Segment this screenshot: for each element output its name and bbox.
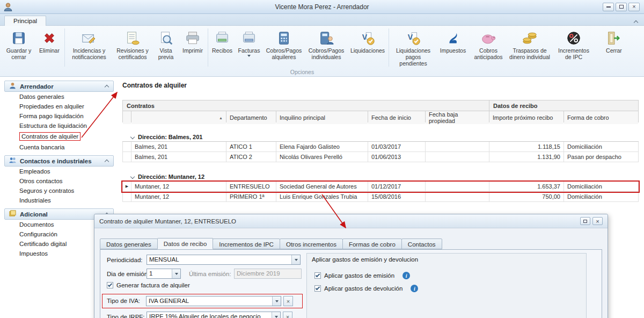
table-row[interactable]: Muntaner, 12 PRIMERO 1ª Luis Enrique Gon… (122, 192, 639, 202)
tab-contactos[interactable]: Contactos (401, 238, 442, 249)
tab-datos-generales[interactable]: Datos generales (100, 238, 158, 249)
sidebar-item-seguros-y-contratos[interactable]: Seguros y contratos (4, 186, 114, 196)
header-importe-proximo-recibo[interactable]: Importe próximo recibo (489, 111, 564, 124)
taxes-button[interactable]: Impuestos (436, 27, 470, 55)
group-row-muntaner[interactable]: Dirección: Muntaner, 12 (122, 172, 639, 182)
checkbox-checked-icon[interactable] (314, 285, 321, 292)
info-icon[interactable]: i (402, 272, 410, 279)
close-button[interactable]: × (628, 3, 640, 11)
taxes-icon (445, 29, 461, 47)
save-and-close-button[interactable]: Guardar y cerrar (2, 27, 35, 62)
gastos-devolucion-label: Aplicar gastos de devolución (324, 285, 402, 292)
generar-factura-checkbox-row[interactable]: Generar factura de alquiler (107, 282, 190, 288)
chevron-down-icon[interactable] (172, 269, 180, 278)
chevron-down-icon (131, 133, 134, 140)
header-inquilino-principal[interactable]: Inquilino principal (276, 111, 368, 124)
tipo-irpf-select[interactable]: IRPF 19% Alquiler de locales de negocio (147, 312, 281, 318)
rent-payments-button[interactable]: Cobros/Pagos alquileres (263, 27, 305, 62)
revisions-button[interactable]: Revisiones y certificados (112, 27, 153, 62)
delete-icon (41, 29, 57, 47)
dialog-maximize-button[interactable] (580, 217, 590, 225)
contracts-table: Contratos Datos de recibo ▲ Departamento… (122, 100, 639, 202)
sidebar-item-forma-pago-liquidacion[interactable]: Forma pago liquidación (4, 111, 114, 121)
sidebar-item-cuenta-bancaria[interactable]: Cuenta bancaria (4, 142, 114, 152)
cell-start-date: 01/12/2017 (368, 182, 425, 191)
ipc-percent-icon (566, 29, 582, 47)
checkbox-checked-icon[interactable] (314, 272, 321, 279)
sidebar-item-empleados[interactable]: Empleados (4, 167, 114, 176)
advance-collections-button[interactable]: Cobros anticipados (470, 27, 507, 62)
ribbon: Guardar y cerrar Eliminar Incidencias y … (0, 26, 644, 77)
sidebar-item-contratos-de-alquiler[interactable]: Contratos de alquiler (4, 131, 114, 142)
pending-settlements-button[interactable]: V Liquidaciones pagos pendientes (390, 27, 436, 68)
sidebar-item-otros-contactos[interactable]: Otros contactos (4, 176, 114, 186)
tipo-irpf-clear-button[interactable]: × (283, 312, 292, 318)
cell-department: PRIMERO 1ª (226, 192, 276, 201)
sidebar-section-arrendador[interactable]: Arrendador (4, 81, 114, 92)
incidents-button[interactable]: Incidencias y notificaciones (66, 27, 112, 62)
tab-principal[interactable]: Principal (4, 16, 46, 26)
maximize-icon (583, 220, 587, 223)
ipc-increase-button[interactable]: Incrementos de IPC (552, 27, 595, 62)
tab-incrementos-de-ipc[interactable]: Incrementos de IPC (213, 238, 280, 249)
cell-next-receipt: 750,00 (489, 192, 564, 201)
page-title: Contratos de alquiler (122, 82, 187, 89)
settlements-button[interactable]: V Liquidaciones (348, 27, 387, 55)
svg-text:V: V (408, 33, 413, 41)
collapse-ribbon-icon[interactable] (634, 19, 638, 25)
print-button[interactable]: Imprimir (179, 27, 207, 55)
maximize-icon (619, 5, 624, 9)
delete-button[interactable]: Eliminar (35, 27, 63, 55)
tipo-iva-clear-button[interactable]: × (283, 296, 293, 306)
tipo-iva-select[interactable]: IVA GENERAL (146, 296, 281, 306)
chevron-down-icon[interactable] (272, 312, 280, 318)
header-fecha-baja-propiedad[interactable]: Fecha baja propiedad (426, 111, 489, 124)
cell-address: Balmes, 201 (131, 152, 226, 162)
header-forma-de-cobro[interactable]: Forma de cobro (564, 111, 638, 124)
money-transfer-button[interactable]: Traspasos de dinero individual (507, 27, 552, 62)
tab-otros-incrementos[interactable]: Otros incrementos (280, 238, 343, 249)
sidebar-item-propiedades-en-alquiler[interactable]: Propiedades en alquiler (4, 102, 114, 111)
gastos-panel: Aplicar gastos de emisión y devolucion A… (306, 253, 587, 318)
tab-formas-de-cobro[interactable]: Formas de cobro (342, 238, 402, 249)
header-address[interactable]: ▲ (131, 111, 226, 124)
gastos-emision-checkbox-row[interactable]: Aplicar gastos de emisión i (314, 272, 410, 279)
periodicidad-select[interactable]: MENSUAL (147, 255, 301, 265)
gastos-devolucion-checkbox-row[interactable]: Aplicar gastos de devolución i (314, 285, 418, 292)
preview-icon (158, 29, 174, 47)
table-row-selected[interactable]: ▶ Muntaner, 12 ENTRESUELO Sociedad Gener… (122, 182, 639, 192)
tab-datos-de-recibo[interactable]: Datos de recibo (157, 238, 214, 249)
close-ribbon-button[interactable]: Cerrar (600, 27, 628, 55)
maximize-button[interactable] (616, 3, 627, 11)
receipts-icon (214, 29, 230, 47)
info-icon[interactable]: i (411, 285, 418, 292)
preview-button[interactable]: Vista previa (153, 27, 179, 62)
receipts-button[interactable]: Recibos (209, 27, 235, 55)
money-transfer-icon (522, 29, 538, 47)
table-row[interactable]: Balmes, 201 ATICO 2 Nicolás Olivares Per… (122, 152, 639, 162)
sidebar-item-estructura-de-liquidacion[interactable]: Estructura de liquidación (4, 121, 114, 131)
cell-end-date (426, 182, 489, 191)
invoices-button[interactable]: Facturas (235, 27, 263, 59)
header-departamento[interactable]: Departamento (226, 111, 276, 124)
cell-payment-method: Domiciliación (564, 192, 638, 201)
chevron-down-icon[interactable] (291, 255, 300, 264)
group-row-balmes[interactable]: Dirección: Balmes, 201 (122, 132, 639, 142)
section-title: Adicional (20, 211, 48, 218)
checkbox-checked-icon[interactable] (107, 282, 113, 288)
invoices-icon (241, 29, 257, 47)
header-fecha-de-inicio[interactable]: Fecha de inicio (368, 111, 425, 124)
dia-emision-select[interactable]: 1 (147, 269, 181, 279)
ultima-emision-label: Última emisión: (189, 271, 231, 277)
sidebar-item-datos-generales[interactable]: Datos generales (4, 92, 114, 102)
contract-dialog: Contrato de alquiler Muntaner, 12, ENTRE… (94, 214, 608, 318)
chevron-down-icon[interactable] (272, 297, 281, 306)
sidebar-section-contactos[interactable]: Contactos e industriales (4, 155, 114, 167)
sidebar-item-industriales[interactable]: Industriales (4, 196, 114, 205)
dialog-titlebar[interactable]: Contrato de alquiler Muntaner, 12, ENTRE… (94, 214, 608, 228)
individual-payments-button[interactable]: Cobros/Pagos individuales (305, 27, 348, 62)
dialog-close-button[interactable]: × (592, 217, 603, 225)
table-row[interactable]: Balmes, 201 ATICO 1 Elena Fajardo Galist… (122, 142, 639, 152)
minimize-button[interactable] (603, 3, 614, 11)
save-icon (11, 29, 27, 47)
